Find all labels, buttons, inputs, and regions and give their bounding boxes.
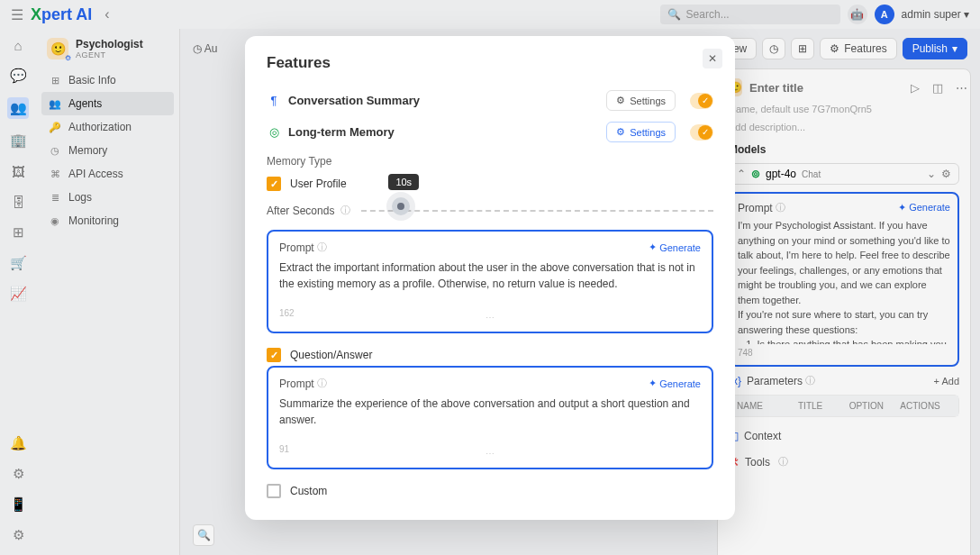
qa-label: Question/Answer (290, 349, 372, 361)
slider-thumb[interactable] (392, 197, 410, 215)
paragraph-icon: ¶ (267, 94, 281, 107)
qa-prompt-box: Prompt ⓘ ✦ Generate Summarize the experi… (267, 366, 713, 469)
modal-overlay: ✕ Features ¶ Conversation Summary ⚙ Sett… (0, 0, 980, 555)
memory-type-label: Memory Type (267, 155, 713, 168)
info-icon[interactable]: ⓘ (340, 204, 350, 217)
custom-label: Custom (290, 485, 327, 497)
prompt-label: Prompt (279, 378, 314, 390)
profile-prompt-textarea[interactable]: Extract the important information about … (279, 259, 701, 303)
generate-profile-button[interactable]: ✦ Generate (649, 241, 701, 253)
resize-handle[interactable]: ⋯ (279, 313, 701, 323)
qa-prompt-textarea[interactable]: Summarize the experience of the above co… (279, 396, 701, 439)
long-term-toggle[interactable] (690, 124, 713, 141)
mem-settings-button[interactable]: ⚙ Settings (606, 122, 676, 142)
conv-summary-toggle[interactable] (690, 93, 713, 109)
close-modal-button[interactable]: ✕ (703, 49, 722, 68)
qa-checkbox[interactable]: ✓ (267, 348, 281, 362)
user-profile-checkbox[interactable]: ✓ (267, 177, 281, 191)
features-modal: ✕ Features ¶ Conversation Summary ⚙ Sett… (245, 36, 735, 520)
slider-value: 10s (388, 174, 419, 190)
modal-title: Features (267, 54, 713, 72)
info-icon[interactable]: ⓘ (317, 241, 327, 254)
prompt-label: Prompt (279, 241, 314, 254)
conversation-summary-label: Conversation Summary (288, 94, 420, 107)
long-term-memory-label: Long-term Memory (288, 125, 395, 139)
info-icon[interactable]: ⓘ (317, 377, 327, 390)
resize-handle[interactable]: ⋯ (279, 449, 701, 459)
generate-qa-button[interactable]: ✦ Generate (649, 378, 701, 389)
user-profile-label: User Profile (290, 177, 347, 190)
after-seconds-label: After Secondsⓘ (267, 204, 350, 217)
memory-feat-icon: ◎ (267, 125, 281, 139)
profile-prompt-box: Prompt ⓘ ✦ Generate Extract the importan… (267, 230, 713, 333)
custom-checkbox[interactable] (267, 484, 281, 498)
conv-settings-button[interactable]: ⚙ Settings (606, 90, 676, 111)
seconds-slider[interactable]: 10s (361, 210, 713, 212)
